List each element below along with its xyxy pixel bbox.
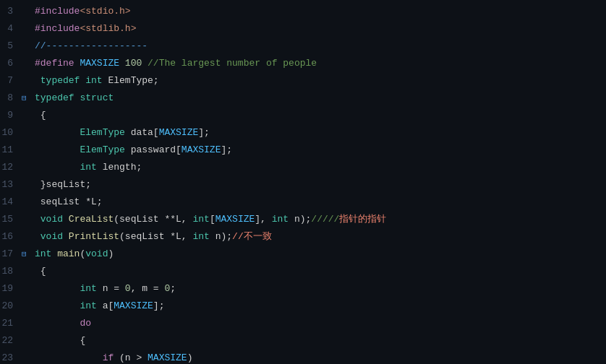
line-number: 17 [0,246,22,262]
token: (seqList **L, [114,214,192,225]
token: int [80,300,96,311]
line-number: 9 [0,108,22,124]
fold-icon[interactable]: ⊟ [22,90,32,106]
code-content: int main(void) [32,246,114,262]
token: int [272,214,289,225]
line-number: 11 [0,142,22,158]
token: (n > [114,352,148,363]
token [63,231,69,242]
line-number: 15 [0,212,22,228]
code-line: 14 seqList *L; [0,194,606,211]
line-number: 16 [0,229,22,245]
code-line: 13 }seqList; [0,176,606,194]
token: n); [210,231,232,242]
line-number: 12 [0,160,22,176]
code-content: seqList *L; [32,194,103,210]
token: ; [170,283,176,294]
token: 指针的指针 [339,214,386,225]
token: ///// [311,214,339,225]
code-line: 9 { [0,107,606,124]
token: n = [97,283,125,294]
token: MAXSIZE [215,214,255,225]
code-content: #define MAXSIZE 100 //The largest number… [32,56,317,72]
token: }seqList; [35,179,91,190]
line-number: 14 [0,194,22,210]
token: 100 [125,58,142,69]
token [35,162,80,173]
token: ) [187,352,193,363]
token: PrintList [69,231,119,242]
code-content: if (n > MAXSIZE) [32,350,192,364]
code-line: 11 ElemType passward[MAXSIZE]; [0,142,606,159]
token: do [80,318,91,329]
token: int [192,231,209,242]
code-line: 16 void PrintList(seqList *L, int n);//不… [0,228,606,246]
line-number: 20 [0,298,22,314]
code-content: int a[MAXSIZE]; [32,298,164,314]
token: MAXSIZE [159,127,199,138]
line-number: 5 [0,38,22,54]
token: ElemType; [103,75,159,86]
token: #define [35,58,80,69]
code-content: #include<stdlib.h> [32,21,136,37]
token [63,214,69,225]
token: ElemType [80,127,124,138]
line-number: 19 [0,281,22,297]
code-line: 3#include<stdio.h> [0,3,606,20]
token: { [35,266,46,277]
token: { [35,335,85,346]
code-content: }seqList; [32,177,91,193]
line-number: 18 [0,264,22,280]
code-line: 23 if (n > MAXSIZE) [0,350,606,364]
token: //------------------ [35,40,148,51]
token [119,58,125,69]
token: 0 [125,283,131,294]
token: ]; [198,127,210,138]
token: if [103,352,114,363]
code-line: 7 typedef int ElemType; [0,72,606,90]
code-content: //------------------ [32,38,148,54]
code-content: #include<stdio.h> [32,4,131,20]
token: a[ [97,300,114,311]
fold-icon[interactable]: ⊟ [22,246,32,262]
token: void [85,248,108,259]
token: MAXSIZE [80,58,119,69]
token: //The largest number of people [142,58,317,69]
code-content: void PrintList(seqList *L, int n);//不一致 [32,229,272,245]
code-line: 5//------------------ [0,38,606,55]
token: length; [97,162,142,173]
token: [ [210,214,215,225]
token: <stdlib.h> [80,23,136,34]
line-number: 8 [0,90,22,106]
code-line: 6#define MAXSIZE 100 //The largest numbe… [0,55,606,72]
token: #include [35,6,80,17]
code-content: int length; [32,160,142,176]
token: <stdio.h> [80,6,130,17]
code-line: 17⊟int main(void) [0,246,606,263]
code-content: ElemType data[MAXSIZE]; [32,125,210,141]
token: seqList *L; [35,196,103,207]
code-content: int n = 0, m = 0; [32,281,176,297]
token: void [35,214,63,225]
code-line: 21 do [0,315,606,332]
token: void [35,231,63,242]
line-number: 21 [0,316,22,332]
token [35,127,80,138]
token: int [192,214,209,225]
line-number: 3 [0,4,22,20]
token: ) [108,248,114,259]
token: struct [80,92,114,103]
token: int [35,248,51,259]
token: MAXSIZE [182,144,221,155]
code-line: 4#include<stdlib.h> [0,20,606,38]
token [35,300,80,311]
code-content: ElemType passward[MAXSIZE]; [32,142,232,158]
token: ElemType [80,144,124,155]
code-content: typedef int ElemType; [32,73,159,89]
token: MAXSIZE [114,300,153,311]
line-number: 13 [0,177,22,193]
token: ], [255,214,271,225]
token: data[ [125,127,159,138]
line-number: 7 [0,73,22,89]
token: , m = [131,283,165,294]
